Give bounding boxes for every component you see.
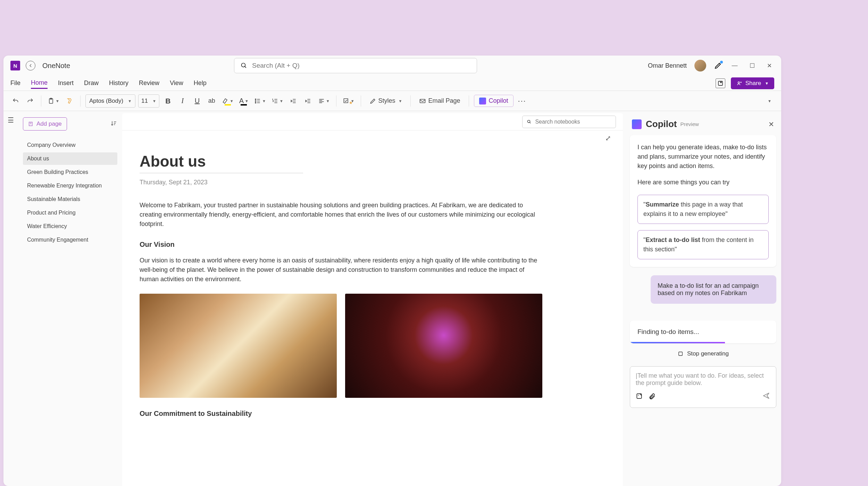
copilot-input[interactable]: |Tell me what you want to do. For ideas,… (630, 366, 776, 408)
status-card: Finding to-do items... (630, 320, 776, 343)
ribbon: ▼ Aptos (Body)▼ 11▼ B I U ab ▼ A▼ ▼ ▼ ▼ … (3, 91, 781, 111)
close-button[interactable]: ✕ (765, 62, 774, 69)
email-page-button[interactable]: Email Page (416, 94, 464, 108)
preview-badge: Preview (681, 121, 699, 127)
menu-draw[interactable]: Draw (84, 78, 99, 88)
menu-history[interactable]: History (109, 78, 128, 88)
copilot-ribbon-button[interactable]: Copilot (474, 95, 514, 107)
page-item[interactable]: Sustainable Materials (23, 193, 117, 206)
share-button[interactable]: Share ▼ (731, 77, 774, 89)
strikethrough-button[interactable]: ab (206, 94, 218, 108)
sort-button[interactable] (110, 120, 117, 129)
suggestion-summarize[interactable]: "Summarize this page in a way that expla… (637, 195, 769, 224)
app-window: N OneNote Omar Bennett — ☐ ✕ File Home I… (3, 56, 781, 486)
maximize-button[interactable]: ☐ (747, 62, 757, 69)
doc-image[interactable] (345, 294, 542, 398)
doc-heading[interactable]: Our Vision (140, 239, 542, 250)
svg-rect-9 (420, 99, 425, 103)
pen-icon[interactable] (714, 61, 722, 70)
page-item[interactable]: About us (23, 152, 117, 165)
add-page-button[interactable]: Add page (23, 117, 67, 131)
back-button[interactable] (26, 61, 35, 70)
bullets-button[interactable]: ▼ (253, 94, 267, 108)
send-button[interactable] (762, 392, 770, 402)
page-title[interactable]: About us (140, 153, 303, 173)
attach-icon[interactable] (649, 393, 656, 401)
notebook-search[interactable] (522, 116, 616, 128)
app-icon: N (10, 61, 20, 70)
menu-view[interactable]: View (170, 78, 183, 88)
stop-generating-button[interactable]: Stop generating (630, 345, 776, 362)
undo-button[interactable] (10, 94, 22, 108)
tag-button[interactable]: ★▼ (341, 94, 356, 108)
menubar: File Home Insert Draw History Review Vie… (3, 76, 781, 91)
doc-image[interactable] (140, 294, 337, 398)
numbering-button[interactable]: ▼ (270, 94, 285, 108)
notes-feed-button[interactable] (716, 78, 725, 88)
suggestion-extract-todo[interactable]: "Extract a to-do list from the content i… (637, 230, 769, 259)
italic-button[interactable]: I (177, 94, 189, 108)
svg-point-2 (738, 82, 740, 83)
prompt-guide-icon[interactable] (636, 393, 643, 401)
highlight-button[interactable]: ▼ (220, 94, 235, 108)
menu-help[interactable]: Help (194, 78, 207, 88)
outdent-button[interactable] (287, 94, 299, 108)
stop-icon (677, 351, 684, 357)
share-label: Share (745, 80, 761, 87)
doc-paragraph[interactable]: Welcome to Fabrikam, your trusted partne… (140, 201, 542, 229)
font-family-select[interactable]: Aptos (Body)▼ (85, 94, 135, 108)
page-date: Thursday, Sept 21, 2023 (140, 179, 606, 186)
doc-paragraph[interactable]: Our vision is to create a world where ev… (140, 256, 542, 284)
ribbon-collapse-button[interactable]: ▼ (763, 94, 775, 108)
doc-heading[interactable]: Our Commitment to Sustainability (140, 408, 542, 419)
main-content: ⤢ About us Thursday, Sept 21, 2023 Welco… (122, 113, 623, 486)
svg-rect-12 (679, 352, 683, 356)
search-icon (241, 62, 247, 69)
svg-rect-8 (344, 99, 348, 103)
menu-insert[interactable]: Insert (58, 78, 74, 88)
page-item[interactable]: Water Efficiency (23, 220, 117, 233)
search-bar[interactable] (234, 58, 477, 73)
progress-bar (630, 342, 725, 343)
more-button[interactable]: ··· (516, 94, 528, 108)
font-color-button[interactable]: A▼ (238, 94, 250, 108)
status-text: Finding to-do items... (637, 328, 699, 335)
menu-file[interactable]: File (10, 78, 20, 88)
svg-point-0 (241, 63, 245, 67)
copilot-input-placeholder: |Tell me what you want to do. For ideas,… (636, 372, 770, 389)
copilot-title: Copilot (646, 119, 677, 129)
titlebar: N OneNote Omar Bennett — ☐ ✕ (3, 56, 781, 76)
underline-button[interactable]: U (191, 94, 203, 108)
format-painter-button[interactable] (64, 94, 75, 108)
copilot-intro-card: I can help you generate ideas, make to-d… (630, 135, 776, 267)
nav-toggle-button[interactable]: ☰ (3, 111, 18, 486)
indent-button[interactable] (302, 94, 314, 108)
paste-button[interactable]: ▼ (46, 94, 61, 108)
copilot-logo-icon (632, 119, 642, 129)
user-message: Make a to-do list for an ad campaign bas… (651, 275, 776, 304)
page-item[interactable]: Product and Pricing (23, 207, 117, 219)
svg-point-7 (255, 102, 256, 103)
svg-point-11 (527, 120, 530, 123)
menu-home[interactable]: Home (31, 78, 48, 89)
redo-button[interactable] (24, 94, 36, 108)
avatar[interactable] (694, 60, 706, 72)
page-item[interactable]: Green Building Practices (23, 166, 117, 178)
page-item[interactable]: Community Engagement (23, 234, 117, 246)
svg-point-6 (255, 100, 256, 101)
styles-button[interactable]: Styles▼ (366, 94, 406, 108)
search-input[interactable] (252, 62, 470, 69)
font-size-select[interactable]: 11▼ (138, 94, 159, 108)
close-panel-button[interactable]: ✕ (768, 120, 774, 128)
page-item[interactable]: Renewable Energy Integration (23, 179, 117, 192)
minimize-button[interactable]: — (730, 62, 740, 69)
page-list: Add page Company Overview About us Green… (18, 111, 122, 486)
menu-review[interactable]: Review (139, 78, 159, 88)
copilot-icon (479, 98, 486, 104)
page-item[interactable]: Company Overview (23, 139, 117, 151)
bold-button[interactable]: B (162, 94, 174, 108)
notebook-search-input[interactable] (535, 119, 611, 125)
username: Omar Bennett (648, 62, 687, 69)
align-button[interactable]: ▼ (317, 94, 331, 108)
document[interactable]: About us Thursday, Sept 21, 2023 Welcome… (122, 142, 623, 486)
